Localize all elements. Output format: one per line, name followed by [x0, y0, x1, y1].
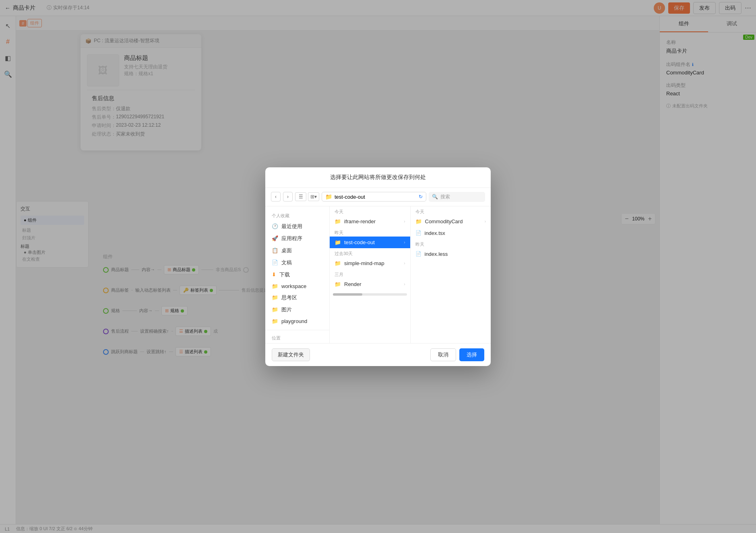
- sidebar-item-thinking[interactable]: 📁 思考区: [265, 292, 329, 304]
- dialog-footer-actions: 取消 选择: [430, 348, 484, 361]
- dialog-toolbar: ‹ › ☰ ⊞▾ 📁 test-code-out ↻ 🔍 搜索: [265, 188, 491, 206]
- dialog-footer: 新建文件夹 取消 选择: [265, 343, 491, 366]
- apps-label: 应用程序: [281, 235, 302, 242]
- view-grid-button[interactable]: ⊞▾: [308, 192, 319, 201]
- workspace-icon: 📁: [272, 283, 278, 289]
- chevron-icon-test-code: ›: [404, 240, 405, 245]
- scroll-thumb-1: [333, 293, 362, 296]
- playground-label: playground: [281, 318, 307, 324]
- folder-icon-commodity: 📁: [415, 218, 422, 224]
- date-today-1: 今天: [330, 206, 410, 216]
- apps-icon: 🚀: [272, 235, 278, 241]
- chevron-icon-iframe: ›: [404, 219, 405, 224]
- date-yesterday-1: 昨天: [330, 227, 410, 237]
- docs-label: 文稿: [281, 259, 292, 266]
- location-folder-icon: 📁: [325, 193, 332, 200]
- chevron-icon-render: ›: [404, 282, 405, 286]
- date-past30: 过去30天: [330, 248, 410, 257]
- file-icon-tsx: 📄: [415, 230, 421, 236]
- folder-icon-mind-map: 📁: [335, 260, 341, 266]
- chevron-icon-commodity: ›: [485, 219, 486, 224]
- folder-icon-render: 📁: [335, 281, 341, 287]
- date-yesterday-2: 昨天: [411, 239, 491, 248]
- nav-back-button[interactable]: ‹: [271, 192, 281, 202]
- dialog-title: 选择要让此网站将所做更改保存到何处: [265, 167, 491, 188]
- file-item-index-tsx[interactable]: 📄 index.tsx: [411, 227, 491, 239]
- file-label-test-code: test-code-out: [344, 239, 375, 245]
- file-column-2: 今天 📁 CommodityCard › 📄 index.tsx 昨天 📄 in…: [411, 206, 491, 343]
- file-label-mind-map: simple-mind-map: [344, 260, 384, 266]
- file-label-commodity: CommodityCard: [425, 218, 463, 224]
- desktop-icon: 📋: [272, 247, 278, 253]
- file-item-commodity-card[interactable]: 📁 CommodityCard ›: [411, 216, 491, 227]
- location-bar[interactable]: 📁 test-code-out ↻: [322, 192, 426, 202]
- file-item-simple-mind-map[interactable]: 📁 simple-mind-map ›: [330, 257, 410, 269]
- pictures-icon: 📁: [272, 307, 278, 313]
- sidebar-item-docs[interactable]: 📄 文稿: [265, 257, 329, 269]
- location-text: test-code-out: [335, 194, 365, 200]
- view-controls: ☰ ⊞▾: [295, 192, 319, 201]
- chevron-icon-mind-map: ›: [404, 261, 405, 265]
- sidebar-item-desktop[interactable]: 📋 桌面: [265, 245, 329, 257]
- file-label-tsx: index.tsx: [425, 230, 445, 236]
- file-label-render: Render: [344, 281, 361, 287]
- downloads-label: 下载: [279, 271, 290, 278]
- downloads-icon: ⬇: [272, 272, 276, 278]
- sidebar-item-apps[interactable]: 🚀 应用程序: [265, 233, 329, 245]
- search-icon: 🔍: [432, 194, 438, 200]
- pictures-label: 图片: [281, 306, 292, 313]
- recent-icon: 🕐: [272, 223, 278, 229]
- file-label-less: index.less: [425, 251, 448, 257]
- sidebar-section-location: 位置: [265, 333, 329, 343]
- file-column-1: 今天 📁 iframe-render › 昨天 📁 test-code-out …: [330, 206, 411, 343]
- folder-icon-test-code: 📁: [335, 239, 341, 245]
- nav-forward-button[interactable]: ›: [283, 192, 293, 202]
- new-folder-button[interactable]: 新建文件夹: [272, 348, 310, 361]
- file-item-index-less[interactable]: 📄 index.less: [411, 248, 491, 260]
- thinking-label: 思考区: [281, 294, 297, 301]
- sidebar-item-playground[interactable]: 📁 playground: [265, 316, 329, 327]
- file-picker-dialog: 选择要让此网站将所做更改保存到何处 ‹ › ☰ ⊞▾ 📁 test-code-o…: [265, 167, 491, 366]
- search-placeholder: 搜索: [440, 193, 450, 200]
- file-item-iframe-render[interactable]: 📁 iframe-render ›: [330, 216, 410, 227]
- docs-icon: 📄: [272, 259, 278, 265]
- sidebar-item-workspace[interactable]: 📁 workspace: [265, 281, 329, 292]
- search-bar[interactable]: 🔍 搜索: [429, 192, 485, 202]
- sidebar-item-pictures[interactable]: 📁 图片: [265, 304, 329, 316]
- location-refresh-icon[interactable]: ↻: [419, 194, 423, 200]
- file-item-test-code-out[interactable]: 📁 test-code-out ›: [330, 237, 410, 248]
- date-march: 三月: [330, 269, 410, 278]
- sidebar-item-downloads[interactable]: ⬇ 下载: [265, 269, 329, 281]
- file-label-iframe: iframe-render: [344, 218, 376, 224]
- date-today-2: 今天: [411, 206, 491, 216]
- dialog-body: 个人收藏 🕐 最近使用 🚀 应用程序 📋 桌面 📄 文稿 ⬇ 下载: [265, 206, 491, 343]
- playground-icon: 📁: [272, 318, 278, 324]
- sidebar-divider-1: [265, 330, 329, 330]
- folder-icon-iframe: 📁: [335, 218, 341, 224]
- cancel-button[interactable]: 取消: [430, 348, 456, 361]
- desktop-label: 桌面: [281, 247, 292, 254]
- dialog-sidebar: 个人收藏 🕐 最近使用 🚀 应用程序 📋 桌面 📄 文稿 ⬇ 下载: [265, 206, 330, 343]
- file-icon-less: 📄: [415, 251, 421, 257]
- select-button[interactable]: 选择: [459, 348, 484, 361]
- scroll-track-1: [333, 293, 407, 296]
- file-item-render[interactable]: 📁 Render ›: [330, 278, 410, 290]
- sidebar-section-favorites: 个人收藏: [265, 211, 329, 220]
- view-list-button[interactable]: ☰: [295, 192, 306, 201]
- thinking-icon: 📁: [272, 294, 278, 300]
- sidebar-item-recent[interactable]: 🕐 最近使用: [265, 220, 329, 233]
- workspace-label: workspace: [281, 283, 306, 289]
- sidebar-item-icloud[interactable]: ☁ iCloud云盘: [265, 343, 329, 343]
- file-browser-main: 今天 📁 iframe-render › 昨天 📁 test-code-out …: [330, 206, 491, 343]
- recent-label: 最近使用: [281, 223, 302, 230]
